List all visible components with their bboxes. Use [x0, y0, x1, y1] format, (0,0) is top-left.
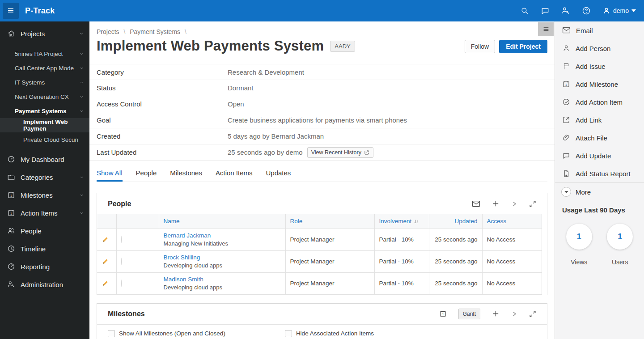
field-value: Dormant: [228, 84, 254, 92]
sidebar-item-projects[interactable]: Projects: [0, 25, 89, 42]
field-label: Created: [89, 132, 228, 140]
sidebar-subitem-private-cloud-security[interactable]: Private Cloud Securi: [0, 132, 89, 147]
tab-show-all[interactable]: Show All: [97, 169, 123, 182]
action-label: Attach File: [576, 134, 607, 142]
app-menu-button[interactable]: [3, 3, 19, 19]
breadcrumb-projects[interactable]: Projects: [97, 28, 119, 35]
hide-associated-action-items-checkbox-row: Hide Associated Action Items: [285, 330, 374, 337]
app-title: P-Track: [25, 6, 55, 16]
field-row-created: Created 5 days ago by Bernard Jackman: [89, 128, 555, 144]
action-label: Add Issue: [576, 63, 606, 70]
subitem-label: Private Cloud Securi: [23, 136, 78, 143]
people-row-brock-shilling: Brock ShillingDeveloping cloud apps Proj…: [97, 250, 542, 272]
action-add-update[interactable]: Add Update: [555, 147, 644, 165]
user-name: demo: [613, 7, 629, 14]
show-all-milestones-checkbox[interactable]: [108, 330, 115, 337]
calendar-view-icon[interactable]: 1: [439, 310, 447, 318]
action-add-person[interactable]: Add Person: [555, 39, 644, 57]
more-button[interactable]: More: [555, 183, 644, 201]
email-people-icon[interactable]: [472, 200, 480, 208]
header-access[interactable]: Access: [482, 214, 542, 229]
person-name-link[interactable]: Bernard Jackman: [164, 232, 281, 239]
avatar[interactable]: [121, 258, 122, 265]
tab-people[interactable]: People: [136, 169, 157, 182]
admin-tools-icon[interactable]: [561, 6, 570, 15]
chevron-right-icon[interactable]: [511, 201, 517, 207]
caret-down-circle-icon: [561, 187, 571, 197]
edit-project-button[interactable]: Edit Project: [499, 40, 547, 53]
search-icon[interactable]: [521, 7, 529, 15]
sidebar-item-administration[interactable]: Administration: [0, 275, 89, 293]
person-involvement: Partial - 10%: [374, 229, 429, 250]
avatar[interactable]: [121, 280, 122, 287]
gantt-button[interactable]: Gantt: [458, 309, 480, 319]
avatar[interactable]: [121, 236, 122, 243]
add-milestone-icon[interactable]: [492, 310, 500, 318]
action-label: Add Link: [576, 116, 602, 124]
person-name-link[interactable]: Brock Shilling: [164, 254, 281, 261]
field-row-goal: Goal Create business applications for pa…: [89, 112, 555, 128]
help-icon[interactable]: [582, 6, 591, 15]
messages-icon[interactable]: [541, 6, 550, 15]
action-add-link[interactable]: Add Link: [555, 111, 644, 129]
sidebar-project-5nines[interactable]: 5nines HA Project: [0, 47, 89, 61]
person-role: Project Manager: [285, 229, 374, 250]
edit-pencil-icon[interactable]: [102, 236, 112, 243]
usage-title: Usage Last 90 Days: [555, 201, 644, 214]
person-access: No Access: [482, 272, 542, 294]
view-recent-history-button[interactable]: View Recent History: [307, 147, 373, 158]
field-row-last-updated: Last Updated 25 seconds ago by demo View…: [89, 144, 555, 161]
hide-associated-action-items-checkbox[interactable]: [285, 330, 292, 337]
follow-button[interactable]: Follow: [465, 40, 495, 53]
sidebar-item-milestones[interactable]: 1 Milestones: [0, 186, 89, 204]
action-add-milestone[interactable]: 1 Add Milestone: [555, 75, 644, 93]
expand-panel-icon[interactable]: [529, 200, 536, 208]
header-role[interactable]: Role: [285, 214, 374, 229]
sidebar-item-categories[interactable]: Categories: [0, 168, 89, 186]
edit-pencil-icon[interactable]: [102, 258, 112, 265]
action-add-issue[interactable]: Add Issue: [555, 57, 644, 75]
person-name-link[interactable]: Madison Smith: [164, 276, 281, 283]
tab-milestones[interactable]: Milestones: [170, 169, 202, 182]
header-edit: [97, 214, 116, 229]
sidebar-item-my-dashboard[interactable]: My Dashboard: [0, 150, 89, 168]
chevron-down-icon: [79, 66, 84, 71]
action-attach-file[interactable]: Attach File: [555, 129, 644, 147]
header-updated[interactable]: Updated: [429, 214, 482, 229]
panel-toggle-button[interactable]: [538, 22, 554, 36]
sidebar-item-action-items[interactable]: 1 Action Items: [0, 204, 89, 222]
sidebar-project-payment-systems[interactable]: Payment Systems: [0, 104, 89, 118]
sidebar-project-call-center[interactable]: Call Center App Mode: [0, 61, 89, 75]
hamburger-icon: [7, 7, 15, 15]
expand-panel-icon[interactable]: [529, 310, 536, 318]
right-action-panel: Email Add Person Add Issue 1 Add Milesto…: [555, 21, 644, 339]
stat-views: 1 Views: [566, 224, 592, 266]
views-label: Views: [571, 258, 587, 266]
action-label: Add Status Report: [576, 170, 631, 178]
edit-pencil-icon[interactable]: [102, 280, 112, 287]
menu-label: Categories: [21, 174, 53, 181]
add-person-icon[interactable]: [492, 200, 500, 208]
chevron-right-icon[interactable]: [511, 311, 517, 317]
sidebar-item-timeline[interactable]: Timeline: [0, 240, 89, 258]
sidebar-project-next-gen-cx[interactable]: Next Generation CX: [0, 89, 89, 104]
sidebar-item-reporting[interactable]: Reporting: [0, 258, 89, 275]
header-involvement[interactable]: Involvement: [374, 214, 429, 229]
sidebar-item-people[interactable]: People: [0, 222, 89, 240]
breadcrumb-payment-systems[interactable]: Payment Systems: [130, 28, 180, 35]
tab-action-items[interactable]: Action Items: [216, 169, 253, 182]
calendar-icon: 1: [7, 209, 15, 217]
main-content: Follow Edit Project Projects \ Payment S…: [89, 21, 555, 339]
action-add-status-report[interactable]: Add Status Report: [555, 165, 644, 182]
action-add-action-item[interactable]: Add Action Item: [555, 93, 644, 111]
project-label: Call Center App Mode: [15, 65, 74, 72]
action-email[interactable]: Email: [555, 21, 644, 39]
person-updated: 25 seconds ago: [429, 272, 482, 294]
breadcrumb: Projects \ Payment Systems \: [89, 21, 555, 35]
sidebar-project-it-systems[interactable]: IT Systems: [0, 75, 89, 89]
tab-updates[interactable]: Updates: [266, 169, 291, 182]
sidebar-subitem-implement-web-payments[interactable]: Implement Web Paymen: [0, 118, 89, 132]
header-name[interactable]: Name: [159, 214, 285, 229]
user-menu[interactable]: demo: [602, 7, 636, 15]
project-label: 5nines HA Project: [15, 51, 63, 57]
